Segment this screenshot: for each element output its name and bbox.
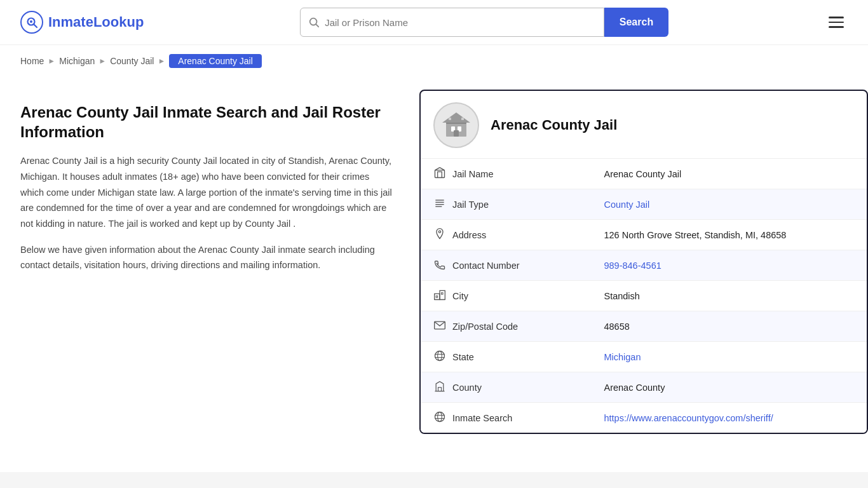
- building-icon: [433, 166, 446, 181]
- svg-rect-13: [461, 118, 464, 120]
- breadcrumb-sep-2: ►: [98, 57, 106, 65]
- state-link[interactable]: Michigan: [604, 352, 641, 362]
- jail-info-card: Arenac County Jail Jail NameArenac Count…: [419, 90, 868, 434]
- table-row: Inmate Searchhttps://www.arenaccountygov…: [421, 403, 867, 433]
- breadcrumb-current: Arenac County Jail: [169, 54, 262, 68]
- search-input[interactable]: [325, 17, 596, 28]
- pin-icon: [433, 227, 446, 242]
- card-header: Arenac County Jail: [421, 91, 867, 159]
- search-icon: [308, 17, 320, 28]
- card-title: Arenac County Jail: [491, 117, 617, 133]
- breadcrumb-county-jail[interactable]: County Jail: [110, 56, 154, 66]
- list-icon: [433, 197, 446, 212]
- svg-point-34: [438, 412, 442, 422]
- svg-point-2: [30, 20, 32, 23]
- svg-point-21: [438, 231, 440, 233]
- hamburger-line-1: [829, 17, 844, 18]
- city-value: Standish: [591, 281, 867, 311]
- logo-text-rest: Lookup: [93, 14, 144, 30]
- header: InmateLookup Search: [0, 0, 868, 45]
- city-icon: [433, 288, 446, 303]
- left-column: Arenac County Jail Inmate Search and Jai…: [0, 90, 419, 434]
- table-row: Contact Number989-846-4561: [421, 250, 867, 281]
- search-input-wrapper: [300, 8, 604, 37]
- svg-line-4: [316, 24, 318, 27]
- table-row: CityStandish: [421, 281, 867, 311]
- county-icon: [433, 380, 446, 395]
- breadcrumb-home[interactable]: Home: [20, 56, 44, 66]
- svg-rect-23: [440, 290, 445, 299]
- inmate-search-link[interactable]: https://www.arenaccountygov.com/sheriff/: [604, 413, 773, 423]
- jail-type-link[interactable]: County Jail: [604, 200, 649, 210]
- info-table: Jail NameArenac County JailJail TypeCoun…: [421, 159, 867, 433]
- logo-link[interactable]: InmateLookup: [20, 11, 144, 34]
- breadcrumb-sep-1: ►: [48, 57, 55, 65]
- table-row: Address126 North Grove Street, Standish,…: [421, 220, 867, 250]
- hamburger-line-2: [829, 22, 844, 24]
- footer: [0, 472, 868, 488]
- svg-rect-25: [436, 296, 438, 298]
- address-value: 126 North Grove Street, Standish, MI, 48…: [591, 220, 867, 250]
- hamburger-line-3: [829, 26, 844, 28]
- globe-icon: [433, 349, 446, 364]
- svg-rect-12: [449, 118, 451, 120]
- logo-icon: [20, 11, 43, 34]
- svg-rect-26: [442, 293, 444, 295]
- description-para-1: Arenac County Jail is a high security Co…: [20, 153, 394, 231]
- svg-rect-14: [435, 170, 445, 178]
- table-row: StateMichigan: [421, 342, 867, 372]
- description-para-2: Below we have given information about th…: [20, 242, 394, 273]
- table-row: Jail NameArenac County Jail: [421, 159, 867, 189]
- svg-rect-32: [438, 388, 442, 391]
- table-row: CountyArenac County: [421, 372, 867, 403]
- hamburger-menu-button[interactable]: [825, 13, 848, 32]
- svg-point-33: [435, 412, 445, 422]
- search-area: Search: [300, 8, 668, 37]
- jail-name-value: Arenac County Jail: [591, 159, 867, 189]
- main-content: Arenac County Jail Inmate Search and Jai…: [0, 77, 868, 459]
- table-row: Jail TypeCounty Jail: [421, 189, 867, 220]
- svg-rect-22: [435, 294, 440, 299]
- jail-avatar: [433, 102, 479, 148]
- right-column: Arenac County Jail Jail NameArenac Count…: [419, 90, 868, 434]
- svg-line-1: [34, 25, 37, 28]
- logo-text: InmateLookup: [48, 14, 144, 30]
- phone-icon: [433, 258, 446, 273]
- breadcrumb: Home ► Michigan ► County Jail ► Arenac C…: [0, 45, 868, 77]
- svg-rect-11: [454, 130, 459, 137]
- county-value: Arenac County: [591, 372, 867, 403]
- svg-point-29: [438, 351, 442, 361]
- svg-point-28: [435, 351, 445, 361]
- table-row: Zip/Postal Code48658: [421, 311, 867, 342]
- search-globe-icon: [433, 410, 446, 425]
- breadcrumb-michigan[interactable]: Michigan: [59, 56, 95, 66]
- search-button[interactable]: Search: [604, 8, 668, 37]
- mail-icon: [433, 319, 446, 334]
- page-title: Arenac County Jail Inmate Search and Jai…: [20, 102, 394, 142]
- contact-number-link[interactable]: 989-846-4561: [604, 261, 661, 271]
- breadcrumb-sep-3: ►: [158, 57, 165, 65]
- zip-value: 48658: [591, 311, 867, 342]
